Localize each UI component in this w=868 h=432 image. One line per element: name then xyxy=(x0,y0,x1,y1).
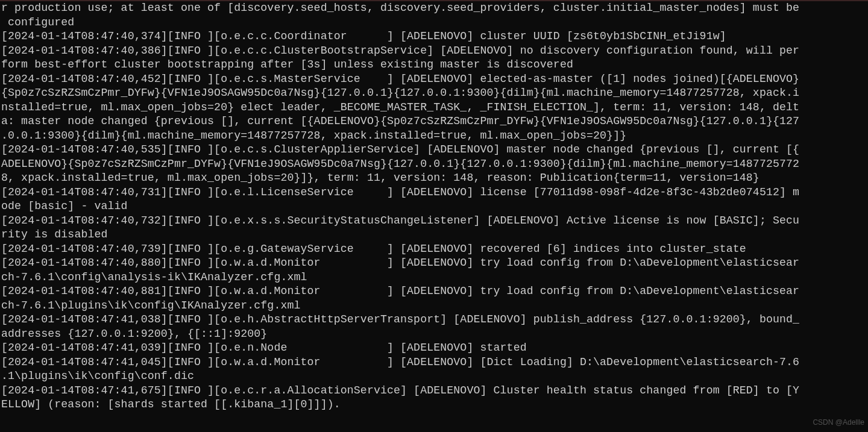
terminal-window[interactable]: r production use; at least one of [disco… xyxy=(0,0,868,432)
log-output: r production use; at least one of [disco… xyxy=(1,1,868,412)
watermark: CSDN @Adellle xyxy=(813,416,864,430)
